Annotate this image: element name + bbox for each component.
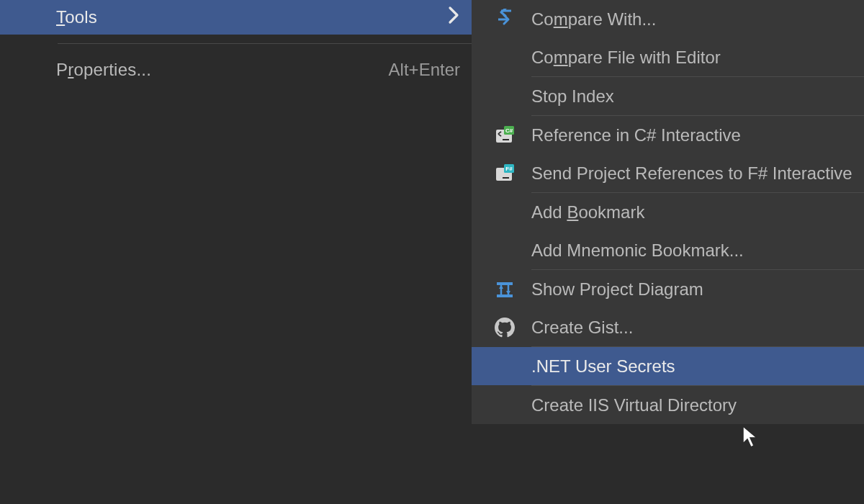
svg-rect-8 — [497, 282, 513, 285]
submenu-item-label: Stop Index — [531, 86, 864, 107]
submenu-item-label: Add Bookmark — [531, 202, 864, 222]
menu-item-tools[interactable]: Tools — [0, 0, 472, 35]
submenu-item-label: Compare File with Editor — [531, 48, 864, 68]
icon-slot — [477, 193, 531, 231]
submenu-item-add-bookmark[interactable]: Add Bookmark — [472, 193, 864, 231]
chevron-right-icon — [447, 5, 460, 30]
menu-item-shortcut: Alt+Enter — [389, 60, 460, 80]
icon-slot — [13, 53, 56, 87]
cursor-icon — [742, 425, 760, 454]
submenu-item-label: Reference in C# Interactive — [531, 125, 864, 145]
diagram-icon — [477, 270, 531, 308]
menu-item-label: Tools — [56, 7, 447, 27]
submenu-item-show-diagram[interactable]: Show Project Diagram — [472, 270, 864, 308]
submenu-item-stop-index[interactable]: Stop Index — [472, 77, 864, 115]
submenu-item-compare-file-editor[interactable]: Compare File with Editor — [472, 38, 864, 76]
submenu-item-ref-csharp[interactable]: C# Reference in C# Interactive — [472, 116, 864, 154]
svg-marker-11 — [506, 291, 510, 294]
svg-rect-7 — [503, 177, 509, 179]
icon-slot — [477, 77, 531, 115]
context-menu: Tools Properties... Alt+Enter — [0, 0, 472, 87]
menu-item-label: Properties... — [56, 60, 389, 80]
submenu-item-net-user-secrets[interactable]: .NET User Secrets — [472, 347, 864, 385]
submenu-item-label: Add Mnemonic Bookmark... — [531, 240, 864, 261]
svg-rect-3 — [503, 139, 509, 140]
fsharp-icon: F# — [477, 154, 531, 192]
icon-slot — [477, 38, 531, 76]
compare-icon — [477, 0, 531, 38]
icon-slot — [477, 231, 531, 269]
submenu-item-label: .NET User Secrets — [531, 356, 864, 377]
submenu-item-compare-with[interactable]: Compare With... — [472, 0, 864, 38]
svg-text:C#: C# — [505, 127, 513, 134]
submenu-item-label: Show Project Diagram — [531, 279, 864, 300]
submenu-item-label: Create IIS Virtual Directory — [531, 395, 864, 415]
github-icon — [477, 308, 531, 346]
submenu-item-send-fsharp[interactable]: F# Send Project References to F# Interac… — [472, 154, 864, 192]
menu-item-properties[interactable]: Properties... Alt+Enter — [0, 53, 472, 87]
submenu-item-add-mnemonic[interactable]: Add Mnemonic Bookmark... — [472, 231, 864, 269]
menu-separator — [58, 43, 472, 44]
icon-slot — [477, 386, 531, 424]
submenu-item-create-gist[interactable]: Create Gist... — [472, 308, 864, 346]
icon-slot — [13, 0, 56, 35]
svg-marker-10 — [499, 285, 503, 289]
tools-submenu: Compare With... Compare File with Editor… — [472, 0, 864, 424]
submenu-item-label: Create Gist... — [531, 318, 864, 338]
svg-rect-9 — [497, 294, 513, 297]
submenu-item-label: Send Project References to F# Interactiv… — [531, 163, 864, 184]
submenu-item-create-iis[interactable]: Create IIS Virtual Directory — [472, 386, 864, 424]
svg-text:F#: F# — [505, 166, 513, 172]
csharp-icon: C# — [477, 116, 531, 154]
submenu-item-label: Compare With... — [531, 9, 864, 30]
icon-slot — [477, 347, 531, 385]
